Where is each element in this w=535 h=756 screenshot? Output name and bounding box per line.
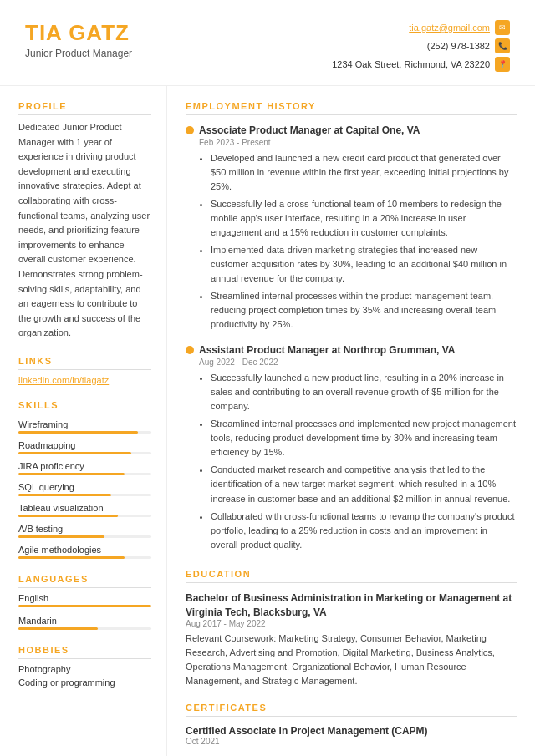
profile-text: Dedicated Junior Product Manager with 1 … (18, 120, 151, 341)
links-title: LINKS (18, 356, 151, 370)
job-bullet: Successfully launched a new product line… (211, 371, 517, 414)
linkedin-link[interactable]: linkedin.com/in/tiagatz (18, 375, 151, 385)
job-bullet: Collaborated with cross-functional teams… (211, 510, 517, 552)
job-bullet: Streamlined internal processes and imple… (211, 417, 517, 459)
skill-item: SQL querying (18, 482, 151, 496)
job-title: Assistant Product Manager at Northrop Gr… (199, 343, 517, 358)
skill-name: Wireframing (18, 419, 151, 429)
skill-item: JIRA proficiency (18, 461, 151, 475)
language-item: English (18, 593, 151, 607)
hobby-item: Coding or programming (18, 677, 151, 688)
job-date: Feb 2023 - Present (199, 138, 517, 147)
hobby-item: Photography (18, 664, 151, 674)
job-bullet: Conducted market research and competitiv… (211, 463, 517, 505)
job-entry: Associate Product Manager at Capital One… (186, 124, 517, 332)
skill-item: Roadmapping (18, 440, 151, 454)
skill-bar-bg (18, 515, 151, 517)
main-content: PROFILE Dedicated Junior Product Manager… (0, 86, 535, 756)
header: TIA GATZ Junior Product Manager tia.gatz… (0, 0, 535, 86)
cert-item: Certified Associate in Project Managemen… (186, 725, 517, 746)
job-date: Aug 2022 - Dec 2022 (199, 358, 517, 367)
job-bullets: Successfully launched a new product line… (199, 371, 517, 552)
address-row: 1234 Oak Street, Richmond, VA 23220 📍 (332, 57, 510, 72)
job-dot (186, 126, 194, 134)
job-bullet: Streamlined internal processes within th… (211, 289, 517, 332)
candidate-title: Junior Product Manager (25, 48, 132, 59)
skill-item: Wireframing (18, 419, 151, 434)
job-bullet: Developed and launched a new credit card… (211, 151, 517, 194)
phone-row: (252) 978-1382 📞 (427, 38, 510, 53)
address-text: 1234 Oak Street, Richmond, VA 23220 (332, 59, 490, 69)
lang-bar-bg (18, 605, 151, 607)
employment-title: EMPLOYMENT HISTORY (186, 101, 517, 115)
header-left: TIA GATZ Junior Product Manager (25, 20, 132, 59)
profile-title: PROFILE (18, 101, 151, 115)
skill-bar-bg (18, 473, 151, 475)
skill-bar (18, 431, 138, 434)
candidate-name: TIA GATZ (25, 20, 132, 46)
links-section: LINKS linkedin.com/in/tiagatz (18, 356, 151, 385)
languages-section: LANGUAGES English Mandarin (18, 574, 151, 630)
job-bullet: Implemented data-driven marketing strate… (211, 243, 517, 286)
lang-name: Mandarin (18, 616, 151, 626)
certificates-section: CERTIFICATES Certified Associate in Proj… (186, 703, 517, 757)
email-row: tia.gatz@gmail.com ✉ (409, 20, 510, 35)
skill-bar (18, 452, 131, 454)
header-right: tia.gatz@gmail.com ✉ (252) 978-1382 📞 12… (332, 20, 510, 72)
edu-date: Aug 2017 - May 2022 (186, 619, 517, 628)
skill-name: Tableau visualization (18, 503, 151, 513)
skill-name: SQL querying (18, 482, 151, 492)
job-dot (186, 346, 194, 354)
skill-bar-bg (18, 431, 151, 434)
skill-bar (18, 535, 104, 538)
phone-text: (252) 978-1382 (427, 41, 490, 51)
skill-item: A/B testing (18, 524, 151, 538)
skills-title: SKILLS (18, 400, 151, 414)
skill-name: Roadmapping (18, 440, 151, 450)
cert-name: Certified Associate in Project Managemen… (186, 725, 517, 737)
skill-bar-bg (18, 494, 151, 496)
lang-bar-bg (18, 627, 151, 630)
email-link[interactable]: tia.gatz@gmail.com (409, 23, 490, 33)
employment-section: EMPLOYMENT HISTORY Associate Product Man… (186, 101, 517, 552)
phone-icon: 📞 (495, 38, 510, 53)
skill-item: Tableau visualization (18, 503, 151, 517)
skill-bar (18, 556, 125, 559)
skill-bar-bg (18, 556, 151, 559)
certs-list: Certified Associate in Project Managemen… (186, 725, 517, 757)
skill-item: Agile methodologies (18, 545, 151, 559)
hobbies-list: PhotographyCoding or programming (18, 664, 151, 688)
edu-desc: Relevant Coursework: Marketing Strategy,… (186, 632, 517, 688)
languages-list: English Mandarin (18, 593, 151, 630)
skill-bar-bg (18, 452, 151, 454)
skills-section: SKILLS Wireframing Roadmapping JIRA prof… (18, 400, 151, 559)
edu-degree: Bachelor of Business Administration in M… (186, 591, 517, 620)
skill-name: Agile methodologies (18, 545, 151, 555)
job-bullets: Developed and launched a new credit card… (199, 151, 517, 332)
certs-title: CERTIFICATES (186, 703, 517, 717)
language-item: Mandarin (18, 616, 151, 630)
skill-bar (18, 473, 125, 475)
lang-bar (18, 627, 98, 630)
skill-name: JIRA proficiency (18, 461, 151, 471)
skill-bar-bg (18, 535, 151, 538)
email-icon: ✉ (495, 20, 510, 35)
job-entry: Assistant Product Manager at Northrop Gr… (186, 343, 517, 551)
skills-list: Wireframing Roadmapping JIRA proficiency… (18, 419, 151, 559)
hobbies-section: HOBBIES PhotographyCoding or programming (18, 645, 151, 688)
cert-date: Oct 2021 (186, 737, 517, 746)
skill-name: A/B testing (18, 524, 151, 534)
jobs-list: Associate Product Manager at Capital One… (186, 124, 517, 552)
languages-title: LANGUAGES (18, 574, 151, 588)
skill-bar (18, 494, 111, 496)
location-icon: 📍 (495, 57, 510, 72)
job-title: Associate Product Manager at Capital One… (199, 124, 517, 138)
education-section: EDUCATION Bachelor of Business Administr… (186, 569, 517, 689)
left-column: PROFILE Dedicated Junior Product Manager… (0, 86, 167, 756)
right-column: EMPLOYMENT HISTORY Associate Product Man… (167, 86, 535, 756)
skill-bar (18, 515, 118, 517)
job-bullet: Successfully led a cross-functional team… (211, 197, 517, 240)
profile-section: PROFILE Dedicated Junior Product Manager… (18, 101, 151, 341)
education-title: EDUCATION (186, 569, 517, 583)
lang-bar (18, 605, 151, 607)
